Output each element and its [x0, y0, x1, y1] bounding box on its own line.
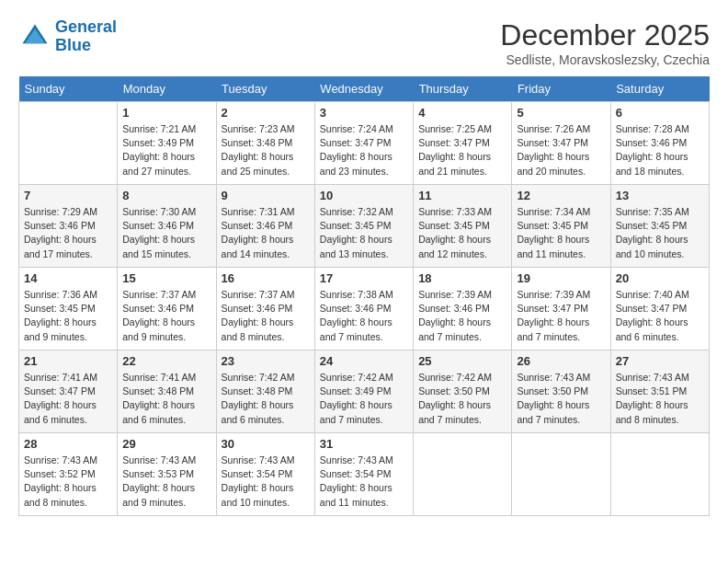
day-number: 22 [122, 354, 210, 368]
calendar-week-5: 28 Sunrise: 7:43 AMSunset: 3:52 PMDaylig… [19, 433, 710, 516]
calendar-table: SundayMondayTuesdayWednesdayThursdayFrid… [18, 76, 710, 516]
calendar-cell: 22 Sunrise: 7:41 AMSunset: 3:48 PMDaylig… [118, 350, 216, 433]
day-number: 27 [616, 354, 704, 368]
calendar-cell: 17 Sunrise: 7:38 AMSunset: 3:46 PMDaylig… [314, 268, 413, 350]
day-number: 12 [517, 189, 605, 202]
logo: General Blue [18, 18, 117, 55]
day-number: 13 [616, 189, 704, 202]
calendar-cell: 28 Sunrise: 7:43 AMSunset: 3:52 PMDaylig… [19, 433, 118, 516]
day-info: Sunrise: 7:29 AMSunset: 3:46 PMDaylight:… [24, 205, 112, 261]
day-info: Sunrise: 7:43 AMSunset: 3:51 PMDaylight:… [616, 371, 704, 427]
day-info: Sunrise: 7:35 AMSunset: 3:45 PMDaylight:… [616, 205, 704, 261]
calendar-cell [610, 433, 709, 516]
day-info: Sunrise: 7:24 AMSunset: 3:47 PMDaylight:… [320, 122, 408, 178]
location: Sedliste, Moravskoslezsky, Czechia [500, 52, 710, 67]
logo-icon [18, 20, 51, 53]
day-number: 23 [222, 354, 310, 368]
weekday-header-row: SundayMondayTuesdayWednesdayThursdayFrid… [19, 76, 710, 102]
calendar-cell: 24 Sunrise: 7:42 AMSunset: 3:49 PMDaylig… [314, 350, 413, 433]
calendar-cell: 27 Sunrise: 7:43 AMSunset: 3:51 PMDaylig… [610, 350, 709, 433]
calendar-cell: 21 Sunrise: 7:41 AMSunset: 3:47 PMDaylig… [19, 350, 118, 433]
day-info: Sunrise: 7:30 AMSunset: 3:46 PMDaylight:… [122, 205, 210, 261]
calendar-cell: 26 Sunrise: 7:43 AMSunset: 3:50 PMDaylig… [512, 350, 610, 433]
calendar-cell: 14 Sunrise: 7:36 AMSunset: 3:45 PMDaylig… [19, 268, 118, 350]
day-number: 8 [122, 189, 210, 202]
calendar-cell: 30 Sunrise: 7:43 AMSunset: 3:54 PMDaylig… [216, 433, 314, 516]
day-info: Sunrise: 7:37 AMSunset: 3:46 PMDaylight:… [222, 288, 310, 344]
calendar-cell: 18 Sunrise: 7:39 AMSunset: 3:46 PMDaylig… [414, 268, 512, 350]
weekday-header-friday: Friday [512, 76, 610, 102]
page-header: General Blue December 2025 Sedliste, Mor… [18, 18, 710, 67]
calendar-cell: 11 Sunrise: 7:33 AMSunset: 3:45 PMDaylig… [414, 185, 512, 268]
calendar-cell: 5 Sunrise: 7:26 AMSunset: 3:47 PMDayligh… [512, 102, 610, 185]
day-info: Sunrise: 7:39 AMSunset: 3:47 PMDaylight:… [517, 288, 605, 344]
calendar-cell: 25 Sunrise: 7:42 AMSunset: 3:50 PMDaylig… [414, 350, 512, 433]
day-info: Sunrise: 7:36 AMSunset: 3:45 PMDaylight:… [24, 288, 112, 344]
day-number: 4 [418, 106, 506, 120]
day-number: 5 [517, 106, 605, 120]
calendar-cell: 3 Sunrise: 7:24 AMSunset: 3:47 PMDayligh… [314, 102, 413, 185]
calendar-cell: 19 Sunrise: 7:39 AMSunset: 3:47 PMDaylig… [512, 268, 610, 350]
calendar-cell: 20 Sunrise: 7:40 AMSunset: 3:47 PMDaylig… [610, 268, 709, 350]
day-number: 7 [24, 189, 112, 202]
weekday-header-wednesday: Wednesday [314, 76, 413, 102]
day-info: Sunrise: 7:39 AMSunset: 3:46 PMDaylight:… [418, 288, 506, 344]
day-number: 17 [320, 271, 408, 285]
calendar-cell: 29 Sunrise: 7:43 AMSunset: 3:53 PMDaylig… [118, 433, 216, 516]
weekday-header-thursday: Thursday [414, 76, 512, 102]
day-info: Sunrise: 7:42 AMSunset: 3:49 PMDaylight:… [320, 371, 408, 427]
day-info: Sunrise: 7:43 AMSunset: 3:50 PMDaylight:… [517, 371, 605, 427]
day-number: 24 [320, 354, 408, 368]
day-info: Sunrise: 7:34 AMSunset: 3:45 PMDaylight:… [517, 205, 605, 261]
calendar-cell [512, 433, 610, 516]
day-number: 11 [418, 189, 506, 202]
day-info: Sunrise: 7:23 AMSunset: 3:48 PMDaylight:… [222, 122, 310, 178]
calendar-week-3: 14 Sunrise: 7:36 AMSunset: 3:45 PMDaylig… [19, 268, 710, 350]
calendar-cell [19, 102, 118, 185]
day-info: Sunrise: 7:40 AMSunset: 3:47 PMDaylight:… [616, 288, 704, 344]
day-info: Sunrise: 7:26 AMSunset: 3:47 PMDaylight:… [517, 122, 605, 178]
day-info: Sunrise: 7:21 AMSunset: 3:49 PMDaylight:… [122, 122, 210, 178]
day-info: Sunrise: 7:41 AMSunset: 3:48 PMDaylight:… [122, 371, 210, 427]
calendar-cell: 6 Sunrise: 7:28 AMSunset: 3:46 PMDayligh… [610, 102, 709, 185]
day-number: 2 [222, 106, 310, 120]
day-info: Sunrise: 7:42 AMSunset: 3:50 PMDaylight:… [418, 371, 506, 427]
day-number: 3 [320, 106, 408, 120]
day-number: 30 [222, 437, 310, 451]
day-info: Sunrise: 7:43 AMSunset: 3:54 PMDaylight:… [222, 454, 310, 510]
calendar-cell: 10 Sunrise: 7:32 AMSunset: 3:45 PMDaylig… [314, 185, 413, 268]
day-number: 14 [24, 271, 112, 285]
day-info: Sunrise: 7:41 AMSunset: 3:47 PMDaylight:… [24, 371, 112, 427]
day-info: Sunrise: 7:42 AMSunset: 3:48 PMDaylight:… [222, 371, 310, 427]
calendar-week-1: 1 Sunrise: 7:21 AMSunset: 3:49 PMDayligh… [19, 102, 710, 185]
day-number: 15 [122, 271, 210, 285]
calendar-cell: 16 Sunrise: 7:37 AMSunset: 3:46 PMDaylig… [216, 268, 314, 350]
day-number: 6 [616, 106, 704, 120]
calendar-cell: 12 Sunrise: 7:34 AMSunset: 3:45 PMDaylig… [512, 185, 610, 268]
day-info: Sunrise: 7:43 AMSunset: 3:54 PMDaylight:… [320, 454, 408, 510]
weekday-header-tuesday: Tuesday [216, 76, 314, 102]
weekday-header-sunday: Sunday [19, 76, 118, 102]
calendar-cell: 4 Sunrise: 7:25 AMSunset: 3:47 PMDayligh… [414, 102, 512, 185]
day-number: 9 [222, 189, 310, 202]
day-number: 18 [418, 271, 506, 285]
weekday-header-saturday: Saturday [610, 76, 709, 102]
day-number: 26 [517, 354, 605, 368]
calendar-week-2: 7 Sunrise: 7:29 AMSunset: 3:46 PMDayligh… [19, 185, 710, 268]
day-info: Sunrise: 7:32 AMSunset: 3:45 PMDaylight:… [320, 205, 408, 261]
calendar-cell: 9 Sunrise: 7:31 AMSunset: 3:46 PMDayligh… [216, 185, 314, 268]
day-number: 29 [122, 437, 210, 451]
day-info: Sunrise: 7:31 AMSunset: 3:46 PMDaylight:… [222, 205, 310, 261]
logo-blue: Blue [55, 36, 91, 54]
weekday-header-monday: Monday [118, 76, 216, 102]
logo-general: General [55, 17, 117, 36]
calendar-cell: 13 Sunrise: 7:35 AMSunset: 3:45 PMDaylig… [610, 185, 709, 268]
day-info: Sunrise: 7:38 AMSunset: 3:46 PMDaylight:… [320, 288, 408, 344]
day-info: Sunrise: 7:33 AMSunset: 3:45 PMDaylight:… [418, 205, 506, 261]
day-number: 16 [222, 271, 310, 285]
title-block: December 2025 Sedliste, Moravskoslezsky,… [500, 18, 710, 67]
calendar-cell: 31 Sunrise: 7:43 AMSunset: 3:54 PMDaylig… [314, 433, 413, 516]
day-number: 21 [24, 354, 112, 368]
calendar-cell: 8 Sunrise: 7:30 AMSunset: 3:46 PMDayligh… [118, 185, 216, 268]
calendar-cell: 23 Sunrise: 7:42 AMSunset: 3:48 PMDaylig… [216, 350, 314, 433]
